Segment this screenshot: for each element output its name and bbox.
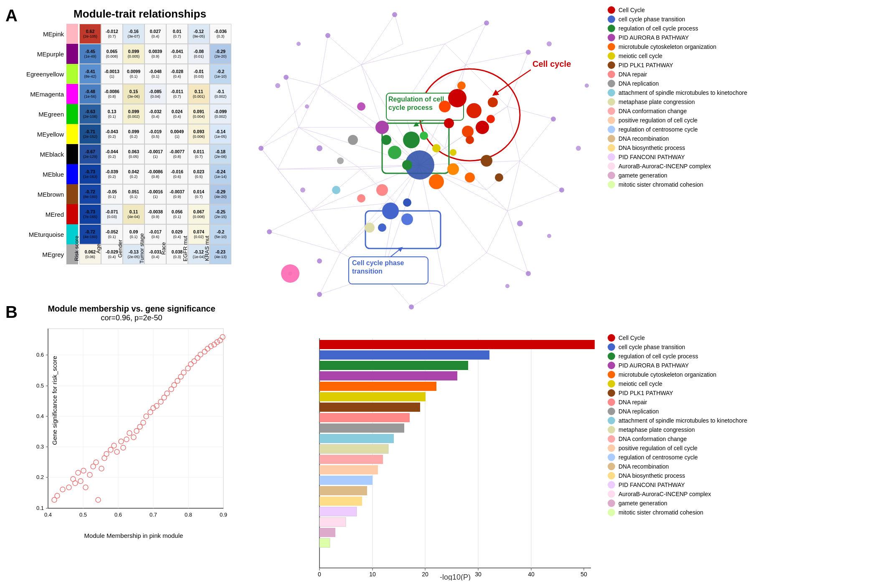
- svg-point-223: [275, 83, 280, 88]
- svg-point-236: [281, 264, 299, 283]
- x-axis-labels: Risk scoreAgeGenderTumor stageRaceEGFR m…: [66, 265, 236, 299]
- heatmap-row: -0.67(2e-129)-0.044(0.2)0.063(0.05)-0.00…: [79, 144, 231, 164]
- legend-item: metaphase plate congression: [608, 98, 750, 106]
- svg-point-209: [332, 186, 340, 194]
- svg-point-233: [585, 84, 589, 88]
- legend-item: PID AURORA B PATHWAY: [608, 34, 750, 41]
- legend-color-swatch: [608, 162, 615, 170]
- legend-item: DNA replication: [608, 80, 750, 87]
- module-label: MEblue: [25, 164, 65, 184]
- heatmap-cell: -0.73(7e-165): [79, 204, 101, 224]
- heatmap-cell: -0.044(0.2): [101, 144, 123, 164]
- module-label: MEmagenta: [25, 84, 65, 104]
- svg-point-197: [357, 102, 365, 111]
- heatmap-cell: -0.18(2e-08): [210, 144, 231, 164]
- heatmap-cell: 0.051(0.1): [123, 184, 144, 204]
- legend-label: microtubule cytoskeleton organization: [618, 43, 716, 50]
- module-label: MEpink: [25, 24, 65, 44]
- bar-legend-label: metaphase plate congression: [618, 426, 695, 433]
- svg-point-207: [348, 135, 358, 145]
- network-svg: Cell cycle Regulation of cell cycle proc…: [236, 2, 603, 328]
- bar-legend-label: DNA recombination: [618, 463, 669, 470]
- svg-point-181: [444, 118, 454, 128]
- heatmap-cell: -0.048(0.1): [144, 64, 166, 84]
- svg-rect-271: [319, 486, 367, 495]
- svg-rect-265: [319, 423, 404, 433]
- svg-text:50: 50: [580, 571, 587, 578]
- bar-legend-color-swatch: [608, 417, 615, 424]
- bar-legend-color-swatch: [608, 362, 615, 369]
- svg-point-180: [462, 126, 474, 137]
- heatmap-cell: 0.62(2e-105): [79, 24, 101, 44]
- bar-legend-item: DNA conformation change: [608, 435, 750, 443]
- heatmap-cell: 0.027(0.4): [144, 24, 166, 44]
- bar-legend-color-swatch: [608, 352, 615, 360]
- bar-legend-color-swatch: [608, 509, 615, 516]
- svg-rect-263: [319, 403, 420, 412]
- svg-point-179: [476, 121, 489, 134]
- svg-text:0.2: 0.2: [36, 474, 44, 480]
- bar-legend-item: metaphase plate congression: [608, 426, 750, 433]
- svg-text:20: 20: [422, 571, 428, 578]
- svg-text:0.3: 0.3: [36, 444, 44, 450]
- svg-point-231: [547, 234, 551, 238]
- heatmap-cell: -0.63(2e-108): [79, 104, 101, 124]
- svg-text:0: 0: [318, 571, 321, 578]
- heatmap-cell: -0.0016(1): [144, 184, 166, 204]
- legend-label: DNA conformation change: [618, 108, 687, 114]
- heatmap-cell: 0.15(3e-06): [123, 84, 144, 104]
- svg-point-225: [317, 259, 322, 264]
- bar-legend-item: gamete generation: [608, 499, 750, 507]
- heatmap-cell: -0.0017(1): [144, 144, 166, 164]
- svg-text:cycle process: cycle process: [388, 104, 433, 111]
- legend-color-swatch: [608, 117, 615, 124]
- legend-item: microtubule cytoskeleton organization: [608, 43, 750, 51]
- module-label: MEblack: [25, 144, 65, 164]
- svg-point-214: [409, 304, 414, 309]
- heatmap-cell: -0.0037(0.9): [166, 184, 188, 204]
- heatmap-title: Module-trait relationships: [44, 8, 236, 20]
- bar-legend-item: AuroraB-AuroraC-INCENP complex: [608, 490, 750, 498]
- legend-item: attachment of spindle microtubules to ki…: [608, 89, 750, 96]
- legend-item: DNA conformation change: [608, 107, 750, 115]
- x-axis-label: Age: [87, 232, 109, 265]
- heatmap-cell: -0.01(0.03): [188, 64, 210, 84]
- x-axis-label: Race: [152, 232, 174, 265]
- heatmap-cell: -0.08(0.01): [188, 44, 210, 64]
- bar-legend-label: DNA conformation change: [618, 436, 687, 442]
- heatmap-cell: 0.099(0.005): [123, 44, 144, 64]
- legend-item: DNA recombination: [608, 135, 750, 142]
- bar-legend-color-swatch: [608, 463, 615, 470]
- legend-color-swatch: [608, 98, 615, 106]
- bar-legend-label: DNA replication: [618, 408, 659, 415]
- heatmap-cell: -0.45(1e-49): [79, 44, 101, 64]
- svg-text:0.6: 0.6: [36, 352, 44, 358]
- heatmap-cell: -0.019(0.5): [144, 124, 166, 144]
- heatmap-cell: -0.29(2e-20): [210, 44, 231, 64]
- heatmap-cell: 0.13(0.1): [101, 104, 123, 124]
- section-b: B Module membership vs. gene significanc…: [2, 301, 236, 584]
- scatter-y-label: Gene significance for risk_score: [51, 362, 58, 445]
- legend-item: DNA repair: [608, 71, 750, 78]
- svg-rect-273: [319, 507, 357, 516]
- bar-legend-item: Cell Cycle: [608, 334, 750, 342]
- heatmap-cell: 0.093(0.006): [188, 124, 210, 144]
- svg-text:0.1: 0.1: [36, 505, 44, 511]
- legend-item: meiotic cell cycle: [608, 52, 750, 60]
- module-label: MEgreen: [25, 104, 65, 124]
- bar-legend-label: regulation of centrosome cycle: [618, 454, 698, 461]
- heatmap-row: -0.41(8e-42)-0.0013(1)0.0099(0.1)-0.048(…: [79, 64, 231, 84]
- bar-legend-color-swatch: [608, 444, 615, 452]
- svg-point-182: [457, 81, 466, 90]
- heatmap-cell: -0.16(3e-07): [123, 24, 144, 44]
- bar-legend-item: positive regulation of cell cycle: [608, 444, 750, 452]
- bar-legend-item: DNA biosynthetic process: [608, 472, 750, 479]
- heatmap-cell: -0.1(0.002): [210, 84, 231, 104]
- svg-rect-261: [319, 382, 436, 391]
- svg-point-213: [317, 292, 322, 297]
- bar-legend-item: meiotic cell cycle: [608, 380, 750, 388]
- svg-text:0.9: 0.9: [220, 512, 227, 518]
- bar-legend-color-swatch: [608, 472, 615, 479]
- heatmap-cell: 0.099(0.002): [123, 104, 144, 124]
- svg-point-220: [392, 12, 397, 17]
